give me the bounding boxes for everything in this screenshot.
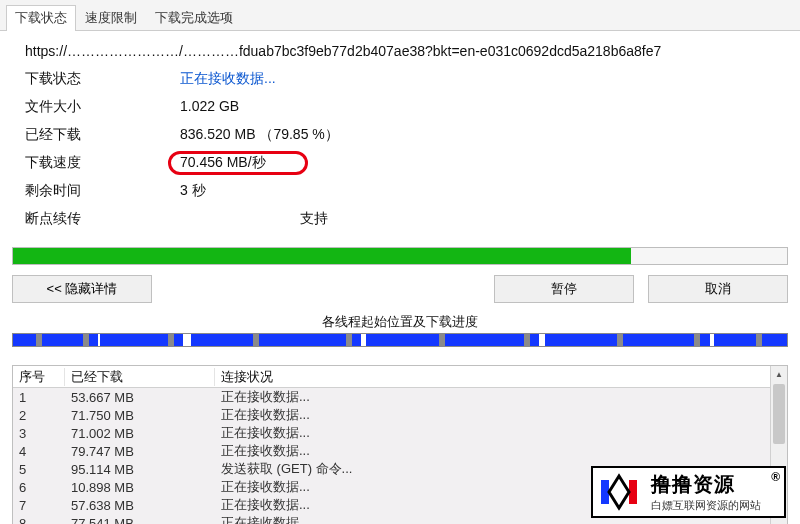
table-row[interactable]: 479.747 MB正在接收数据... (13, 442, 770, 460)
hide-details-button[interactable]: << 隐藏详情 (12, 275, 152, 303)
watermark-subtitle: 白嫖互联网资源的网站 (651, 498, 761, 513)
cell-downloaded: 95.114 MB (65, 462, 215, 477)
label-resume-support: 断点续传 (25, 210, 180, 228)
registered-mark-icon: ® (771, 468, 784, 516)
label-download-speed: 下载速度 (25, 154, 180, 172)
cell-index: 2 (13, 408, 65, 423)
svg-marker-2 (609, 476, 629, 508)
tab-bar: 下载状态 速度限制 下载完成选项 (0, 0, 800, 31)
progress-fill (13, 248, 631, 264)
cell-downloaded: 71.750 MB (65, 408, 215, 423)
value-downloaded: 836.520 MB （79.85 %） (180, 126, 339, 144)
scroll-thumb[interactable] (773, 384, 785, 444)
table-row[interactable]: 153.667 MB正在接收数据... (13, 388, 770, 406)
tab-download-status[interactable]: 下载状态 (6, 5, 76, 31)
button-row: << 隐藏详情 暂停 取消 (0, 265, 800, 309)
thread-strip-title: 各线程起始位置及下载进度 (0, 313, 800, 331)
value-download-speed: 70.456 MB/秒 (180, 154, 266, 172)
watermark-title: 撸撸资源 (651, 471, 761, 498)
cell-index: 7 (13, 498, 65, 513)
speed-text: 70.456 MB/秒 (180, 154, 266, 170)
col-status[interactable]: 连接状况 (215, 368, 770, 386)
cell-index: 6 (13, 480, 65, 495)
pause-button[interactable]: 暂停 (494, 275, 634, 303)
cell-index: 5 (13, 462, 65, 477)
cell-downloaded: 79.747 MB (65, 444, 215, 459)
label-downloaded: 已经下载 (25, 126, 180, 144)
watermark-logo-icon (593, 468, 645, 516)
value-remaining-time: 3 秒 (180, 182, 206, 200)
value-resume-support: 支持 (180, 210, 328, 228)
download-info: 下载状态 正在接收数据... 文件大小 1.022 GB 已经下载 836.52… (0, 65, 800, 243)
value-file-size: 1.022 GB (180, 98, 239, 116)
cell-downloaded: 71.002 MB (65, 426, 215, 441)
cell-index: 8 (13, 516, 65, 525)
cell-index: 3 (13, 426, 65, 441)
cell-status: 正在接收数据... (215, 388, 770, 406)
cell-status: 正在接收数据... (215, 424, 770, 442)
cancel-button[interactable]: 取消 (648, 275, 788, 303)
label-file-size: 文件大小 (25, 98, 180, 116)
label-remaining-time: 剩余时间 (25, 182, 180, 200)
table-header: 序号 已经下载 连接状况 (13, 366, 770, 388)
table-row[interactable]: 371.002 MB正在接收数据... (13, 424, 770, 442)
cell-downloaded: 10.898 MB (65, 480, 215, 495)
table-row[interactable]: 271.750 MB正在接收数据... (13, 406, 770, 424)
scroll-up-icon[interactable]: ▲ (771, 366, 787, 383)
cell-downloaded: 77.541 MB (65, 516, 215, 525)
cell-downloaded: 53.667 MB (65, 390, 215, 405)
watermark-badge: 撸撸资源 白嫖互联网资源的网站 ® (591, 466, 786, 518)
col-downloaded[interactable]: 已经下载 (65, 368, 215, 386)
tab-speed-limit[interactable]: 速度限制 (76, 5, 146, 31)
tab-complete-options[interactable]: 下载完成选项 (146, 5, 242, 31)
cell-status: 正在接收数据... (215, 406, 770, 424)
cell-index: 4 (13, 444, 65, 459)
value-download-status: 正在接收数据... (180, 70, 276, 88)
col-index[interactable]: 序号 (13, 368, 65, 386)
download-url: https://……………………/…………fduab7bc3f9eb77d2b4… (0, 31, 800, 65)
label-download-status: 下载状态 (25, 70, 180, 88)
thread-strip (12, 333, 788, 347)
progress-bar (12, 247, 788, 265)
cell-downloaded: 57.638 MB (65, 498, 215, 513)
cell-index: 1 (13, 390, 65, 405)
cell-status: 正在接收数据... (215, 442, 770, 460)
